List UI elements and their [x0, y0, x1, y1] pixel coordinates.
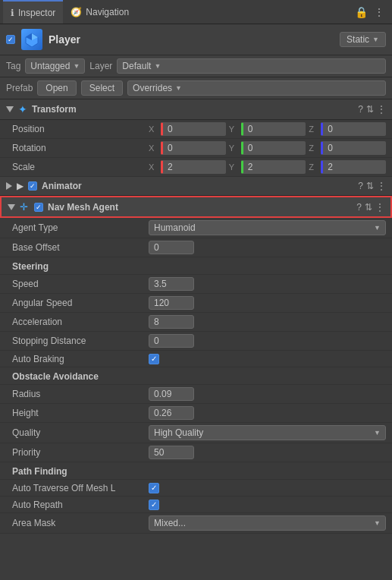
quality-value: High Quality	[154, 427, 203, 438]
quality-dropdown[interactable]: High Quality ▼	[149, 425, 386, 440]
pos-y-label: Y	[229, 125, 238, 134]
speed-row: Speed 3.5	[0, 275, 392, 294]
transform-section-header[interactable]: ✦ Transform ? ⇅ ⋮	[0, 99, 392, 120]
inspector-tab-icon: ℹ	[11, 8, 14, 18]
radius-label: Radius	[12, 389, 149, 399]
acceleration-row: Acceleration 8	[0, 313, 392, 332]
position-y-input[interactable]: 0	[241, 122, 306, 136]
layer-label: Layer	[89, 61, 112, 71]
object-name: Player	[49, 33, 334, 46]
animator-section-header[interactable]: ▶ ✓ Animator ? ⇅ ⋮	[0, 177, 392, 196]
rotation-x-input[interactable]: 0	[161, 141, 226, 155]
acceleration-input[interactable]: 8	[149, 315, 194, 329]
static-dropdown-arrow: ▼	[372, 36, 379, 43]
auto-braking-row: Auto Braking ✓	[0, 351, 392, 367]
navigation-tab-icon: 🧭	[71, 7, 82, 17]
auto-repath-row: Auto Repath ✓	[0, 496, 392, 513]
angular-speed-input[interactable]: 120	[149, 296, 194, 310]
area-mask-label: Area Mask	[12, 518, 149, 528]
animator-chevron-icon	[6, 182, 12, 190]
prefab-label: Prefab	[6, 83, 33, 93]
nav-mesh-agent-section-header[interactable]: ✛ ✓ Nav Mesh Agent ? ⇅ ⋮	[0, 196, 392, 218]
auto-repath-checkbox[interactable]: ✓	[149, 500, 159, 510]
transform-help-icon[interactable]: ?	[358, 104, 363, 115]
tag-dropdown-arrow: ▼	[73, 62, 80, 70]
prefab-overrides-value: Overrides	[133, 83, 172, 93]
priority-input[interactable]: 50	[149, 446, 194, 459]
rotation-z-input[interactable]: 0	[321, 141, 386, 155]
tab-bar-icons: 🔒 ⋮	[355, 6, 389, 18]
layer-value: Default	[122, 61, 151, 71]
transform-chevron-icon	[6, 106, 14, 112]
animator-arrow-icon: ▶	[17, 181, 24, 191]
position-x-input[interactable]: 0	[161, 122, 226, 136]
nav-mesh-enabled-checkbox[interactable]: ✓	[34, 203, 43, 212]
area-mask-dropdown-arrow: ▼	[374, 519, 381, 527]
speed-input[interactable]: 3.5	[149, 277, 194, 291]
tag-dropdown[interactable]: Untagged ▼	[25, 58, 85, 74]
transform-title: Transform	[32, 104, 353, 115]
position-z-input[interactable]: 0	[321, 122, 386, 136]
animator-settings-icon[interactable]: ⇅	[366, 181, 374, 191]
height-input[interactable]: 0.26	[149, 406, 194, 420]
transform-section-icons: ? ⇅ ⋮	[358, 104, 386, 115]
base-offset-input[interactable]: 0	[149, 241, 194, 254]
quality-dropdown-arrow: ▼	[374, 429, 381, 437]
agent-type-dropdown[interactable]: Humanoid ▼	[149, 220, 386, 235]
height-row: Height 0.26	[0, 404, 392, 423]
animator-title: Animator	[42, 181, 353, 191]
quality-row: Quality High Quality ▼	[0, 423, 392, 443]
prefab-select-button[interactable]: Select	[81, 80, 123, 96]
auto-braking-checkbox[interactable]: ✓	[149, 354, 159, 364]
priority-row: Priority 50	[0, 443, 392, 462]
scale-y-input[interactable]: 2	[241, 160, 306, 174]
transform-settings-icon[interactable]: ⇅	[366, 104, 374, 115]
nav-mesh-icon: ✛	[20, 201, 28, 213]
agent-type-arrow: ▼	[374, 224, 381, 232]
rotation-y-input[interactable]: 0	[241, 141, 306, 155]
area-mask-row: Area Mask Mixed... ▼	[0, 513, 392, 534]
more-icon[interactable]: ⋮	[374, 6, 384, 18]
area-mask-value: Mixed...	[154, 518, 186, 528]
auto-traverse-row: Auto Traverse Off Mesh L ✓	[0, 480, 392, 496]
navigation-tab-label: Navigation	[86, 7, 129, 17]
transform-more-icon[interactable]: ⋮	[377, 104, 386, 115]
position-label: Position	[12, 124, 149, 134]
tab-navigation[interactable]: 🧭 Navigation	[63, 0, 136, 24]
object-enabled-checkbox[interactable]: ✓	[6, 35, 15, 44]
scale-x-label: X	[149, 162, 158, 172]
height-label: Height	[12, 408, 149, 418]
animator-help-icon[interactable]: ?	[358, 181, 363, 191]
agent-type-value: Humanoid	[154, 222, 196, 233]
animator-section-icons: ? ⇅ ⋮	[358, 181, 386, 191]
scale-x-input[interactable]: 2	[161, 160, 226, 174]
animator-enabled-checkbox[interactable]: ✓	[28, 181, 37, 191]
nav-mesh-more-icon[interactable]: ⋮	[375, 202, 384, 213]
tag-layer-row: Tag Untagged ▼ Layer Default ▼	[0, 55, 392, 77]
nav-mesh-settings-icon[interactable]: ⇅	[365, 202, 372, 213]
rot-x-label: X	[149, 143, 158, 153]
radius-input[interactable]: 0.09	[149, 387, 194, 401]
transform-properties: Position X 0 Y 0 Z 0 Rotation X 0 Y 0 Z …	[0, 120, 392, 177]
agent-type-label: Agent Type	[12, 222, 149, 233]
auto-traverse-checkbox[interactable]: ✓	[149, 483, 159, 493]
tab-inspector[interactable]: ℹ Inspector	[3, 0, 63, 24]
scale-label: Scale	[12, 162, 149, 172]
rotation-row: Rotation X 0 Y 0 Z 0	[0, 139, 392, 158]
prefab-row: Prefab Open Select Overrides ▼	[0, 77, 392, 99]
scale-xyz: X 2 Y 2 Z 2	[149, 160, 386, 174]
scale-y-label: Y	[229, 162, 238, 172]
priority-label: Priority	[12, 447, 149, 458]
stopping-distance-input[interactable]: 0	[149, 334, 194, 348]
quality-label: Quality	[12, 427, 149, 438]
scale-z-input[interactable]: 2	[321, 160, 386, 174]
nav-mesh-help-icon[interactable]: ?	[356, 202, 362, 213]
prefab-overrides-dropdown[interactable]: Overrides ▼	[127, 80, 386, 96]
static-button[interactable]: Static ▼	[340, 32, 386, 47]
layer-dropdown[interactable]: Default ▼	[117, 58, 386, 74]
area-mask-dropdown[interactable]: Mixed... ▼	[149, 515, 386, 531]
animator-more-icon[interactable]: ⋮	[377, 181, 386, 191]
angular-speed-row: Angular Speed 120	[0, 294, 392, 313]
prefab-open-button[interactable]: Open	[37, 80, 76, 96]
lock-icon[interactable]: 🔒	[355, 6, 368, 18]
